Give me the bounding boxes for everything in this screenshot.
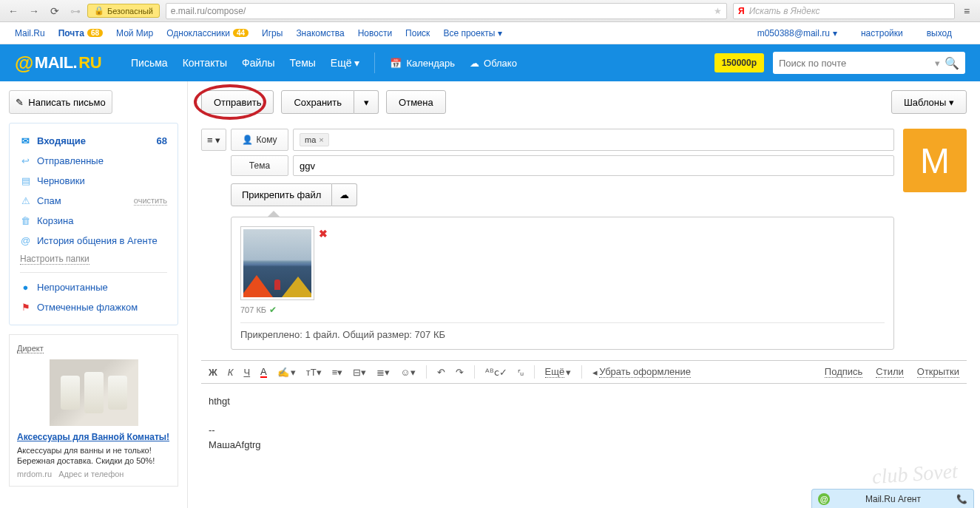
nav-files[interactable]: Файлы bbox=[242, 57, 274, 69]
link-search[interactable]: Поиск bbox=[405, 28, 430, 38]
underline-button[interactable]: Ч bbox=[243, 367, 250, 378]
link-mailru[interactable]: Mail.Ru bbox=[15, 28, 45, 38]
font-size-button[interactable]: тT▾ bbox=[306, 367, 322, 378]
secure-badge: 🔒Безопасный bbox=[87, 4, 160, 18]
mailru-logo[interactable]: @MAIL.RU bbox=[15, 52, 101, 75]
trash-icon: 🗑 bbox=[20, 215, 31, 226]
message-body[interactable]: hthgt -- МашаAfgtrg bbox=[201, 384, 967, 462]
back-icon[interactable]: ← bbox=[4, 3, 22, 19]
indent-button[interactable]: ⊟▾ bbox=[353, 367, 366, 378]
sent-icon: ↩ bbox=[20, 155, 31, 166]
nav-themes[interactable]: Темы bbox=[290, 57, 316, 69]
nav-contacts[interactable]: Контакты bbox=[183, 57, 227, 69]
sidebar: ✎Написать письмо ✉Входящие68 ↩Отправленн… bbox=[0, 81, 188, 508]
compose-button[interactable]: ✎Написать письмо bbox=[9, 90, 112, 114]
remove-format-button[interactable]: ◂ Убрать оформление bbox=[592, 366, 691, 378]
more-button[interactable]: Ещё▾ bbox=[545, 366, 572, 378]
folder-sent[interactable]: ↩Отправленные bbox=[10, 151, 178, 171]
promo-button[interactable]: 150000р bbox=[714, 53, 764, 72]
person-icon: 👤 bbox=[242, 135, 253, 145]
folder-inbox[interactable]: ✉Входящие68 bbox=[10, 131, 178, 151]
ad-title[interactable]: Аксессуары для Ванной Комнаты! bbox=[17, 432, 170, 442]
ad-widget: Директ Аксессуары для Ванной Комнаты! Ак… bbox=[9, 334, 178, 487]
editor-toolbar: Ж К Ч A ✍▾ тT▾ ≡▾ ⊟▾ ≣▾ ☺▾ ↶ ↷ ᴬᴮᴄ✓ ʳᵤ Е… bbox=[201, 360, 967, 384]
folder-agent-history[interactable]: @История общения в Агенте bbox=[10, 231, 178, 251]
align-button[interactable]: ≡▾ bbox=[332, 367, 343, 378]
translit-button[interactable]: ʳᵤ bbox=[518, 367, 524, 378]
remove-attachment-icon[interactable]: ✖ bbox=[319, 228, 328, 240]
link-mail[interactable]: Почта68 bbox=[58, 28, 103, 38]
nav-cloud[interactable]: ☁Облако bbox=[470, 58, 517, 69]
nav-more[interactable]: Ещё ▾ bbox=[331, 57, 360, 69]
search-icon[interactable]: 🔍 bbox=[944, 56, 959, 70]
bold-button[interactable]: Ж bbox=[209, 367, 217, 378]
save-button[interactable]: Сохранить bbox=[281, 90, 354, 114]
phone-icon[interactable]: 📞 bbox=[956, 494, 967, 504]
mail-search[interactable]: ▾ 🔍 bbox=[773, 52, 965, 74]
flag-icon: ⚑ bbox=[20, 302, 31, 313]
reload-icon[interactable]: ⟳ bbox=[46, 3, 64, 19]
nav-calendar[interactable]: 📅Календарь bbox=[390, 58, 455, 69]
link-all[interactable]: Все проекты ▾ bbox=[443, 28, 502, 38]
configure-folders[interactable]: Настроить папки bbox=[20, 254, 89, 265]
folder-drafts[interactable]: ▤Черновики bbox=[10, 171, 178, 191]
link-settings[interactable]: настройки bbox=[861, 28, 903, 38]
menu-icon[interactable]: ≡ bbox=[958, 3, 976, 19]
attachment-thumb[interactable]: ✖ 707 КБ✔ bbox=[240, 226, 314, 315]
user-email[interactable]: m050388@mail.ru ▾ bbox=[757, 28, 837, 38]
folder-flagged[interactable]: ⚑Отмеченные флажком bbox=[10, 297, 178, 317]
styles-button[interactable]: Стили bbox=[876, 366, 903, 378]
folder-spam[interactable]: ⚠Спамочистить bbox=[10, 191, 178, 211]
recipients-options[interactable]: ≡ ▾ bbox=[201, 129, 226, 151]
forward-icon[interactable]: → bbox=[25, 3, 43, 19]
attach-summary: Прикреплено: 1 файл. Общий размер: 707 К… bbox=[240, 322, 885, 340]
spam-icon: ⚠ bbox=[20, 195, 31, 206]
signature-button[interactable]: Подпись bbox=[825, 366, 862, 378]
yandex-search[interactable]: ЯИскать в Яндекс bbox=[733, 3, 955, 19]
drafts-icon: ▤ bbox=[20, 175, 31, 186]
send-button[interactable]: Отправить bbox=[201, 90, 274, 114]
templates-button[interactable]: Шаблоны ▾ bbox=[891, 90, 967, 114]
link-ok[interactable]: Одноклассники44 bbox=[166, 28, 249, 38]
highlight-button[interactable]: ✍▾ bbox=[277, 367, 296, 378]
spellcheck-button[interactable]: ᴬᴮᴄ✓ bbox=[485, 367, 507, 378]
attach-cloud-button[interactable]: ☁ bbox=[332, 183, 357, 206]
italic-button[interactable]: К bbox=[228, 367, 234, 378]
redo-button[interactable]: ↷ bbox=[456, 367, 464, 378]
key-icon[interactable]: ⊶ bbox=[67, 3, 84, 19]
recipient-chip[interactable]: ma× bbox=[300, 133, 329, 146]
folder-unread[interactable]: ●Непрочитанные bbox=[10, 277, 178, 297]
ad-image[interactable] bbox=[50, 359, 138, 426]
save-split-button[interactable]: Сохранить ▾ bbox=[281, 90, 379, 114]
link-moymir[interactable]: Мой Мир bbox=[116, 28, 153, 38]
undo-button[interactable]: ↶ bbox=[437, 367, 445, 378]
attach-button[interactable]: Прикрепить файл bbox=[231, 183, 332, 206]
link-news[interactable]: Новости bbox=[358, 28, 392, 38]
link-logout[interactable]: выход bbox=[927, 28, 952, 38]
agent-bar[interactable]: @ Mail.Ru Агент 📞 bbox=[811, 489, 974, 508]
emoji-button[interactable]: ☺▾ bbox=[400, 367, 415, 378]
nav-letters[interactable]: Письма bbox=[131, 57, 168, 69]
star-icon[interactable]: ★ bbox=[714, 6, 722, 16]
ad-domain: mrdom.ru Адрес и телефон bbox=[17, 470, 170, 478]
folder-trash[interactable]: 🗑Корзина bbox=[10, 211, 178, 231]
chip-remove-icon[interactable]: × bbox=[319, 135, 323, 144]
link-dating[interactable]: Знакомства bbox=[296, 28, 344, 38]
mail-search-input[interactable] bbox=[779, 58, 930, 69]
text-color-button[interactable]: A bbox=[260, 367, 267, 378]
save-caret[interactable]: ▾ bbox=[354, 90, 379, 114]
clear-spam[interactable]: очистить bbox=[134, 196, 167, 206]
subject-input[interactable] bbox=[300, 160, 888, 172]
chevron-down-icon[interactable]: ▾ bbox=[935, 58, 940, 69]
url-bar[interactable]: e.mail.ru/compose/★ bbox=[166, 3, 727, 19]
subject-field[interactable] bbox=[293, 155, 894, 176]
list-button[interactable]: ≣▾ bbox=[376, 367, 390, 378]
cards-button[interactable]: Открытки bbox=[917, 366, 959, 378]
cancel-button[interactable]: Отмена bbox=[386, 90, 446, 114]
link-games[interactable]: Игры bbox=[262, 28, 283, 38]
attachment-image bbox=[243, 229, 311, 297]
cloud-icon: ☁ bbox=[339, 189, 349, 200]
action-bar: Отправить Сохранить ▾ Отмена Шаблоны ▾ bbox=[201, 90, 967, 114]
to-input[interactable]: ma× bbox=[293, 129, 894, 151]
to-label[interactable]: 👤Кому bbox=[231, 129, 288, 151]
